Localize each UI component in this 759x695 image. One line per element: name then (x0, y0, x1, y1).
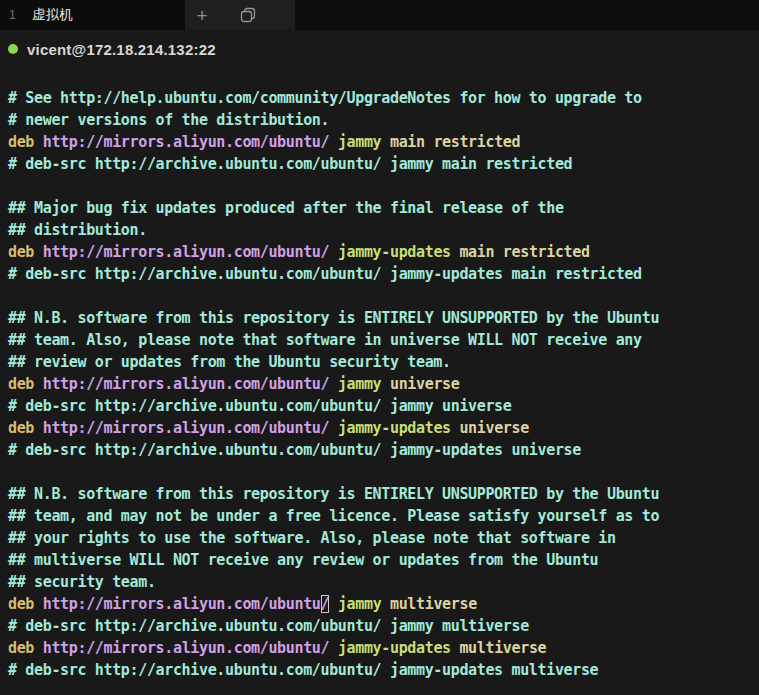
terminal-line: ## team, and may not be under a free lic… (8, 505, 751, 527)
terminal-text-segment (381, 133, 390, 151)
plus-icon: + (196, 6, 207, 25)
terminal-text-segment: ## multiverse WILL NOT receive any revie… (8, 551, 598, 569)
session-header: vicent@172.18.214.132:22 (0, 34, 759, 64)
terminal-line: # deb-src http://archive.ubuntu.com/ubun… (8, 263, 751, 285)
terminal-line: ## review or updates from the Ubuntu sec… (8, 351, 751, 373)
terminal-output[interactable]: # See http://help.ubuntu.com/community/U… (0, 64, 759, 681)
terminal-text-segment: # deb-src http://archive.ubuntu.com/ubun… (8, 661, 598, 679)
terminal-text-segment: jammy (338, 375, 381, 393)
terminal-line: deb http://mirrors.aliyun.com/ubuntu/ ja… (8, 373, 751, 395)
terminal-line: # newer versions of the distribution. (8, 109, 751, 131)
terminal-line: # See http://help.ubuntu.com/community/U… (8, 87, 751, 109)
terminal-text-segment: jammy-updates (338, 419, 451, 437)
terminal-text-segment: universe (390, 375, 459, 393)
terminal-text-segment: ## your rights to use the software. Also… (8, 529, 616, 547)
terminal-line: ## N.B. software from this repository is… (8, 483, 751, 505)
terminal-text-segment: multiverse (459, 639, 546, 657)
terminal-text-segment: main restricted (459, 243, 589, 261)
terminal-text-segment: http://mirrors.aliyun.com/ubuntu/ (43, 243, 329, 261)
terminal-text-segment (34, 375, 43, 393)
terminal-text-segment (329, 133, 338, 151)
terminal-text-segment: main restricted (390, 133, 520, 151)
terminal-text-segment: http://mirrors.aliyun.com/ubuntu/ (43, 133, 329, 151)
terminal-line: ## distribution. (8, 219, 751, 241)
terminal-line: # deb-src http://archive.ubuntu.com/ubun… (8, 153, 751, 175)
terminal-line: # deb-src http://archive.ubuntu.com/ubun… (8, 395, 751, 417)
terminal-text-segment (381, 375, 390, 393)
terminal-line: deb http://mirrors.aliyun.com/ubuntu/ ja… (8, 417, 751, 439)
terminal-line: ## multiverse WILL NOT receive any revie… (8, 549, 751, 571)
terminal-line: deb http://mirrors.aliyun.com/ubuntu/ ja… (8, 131, 751, 153)
copy-icon (240, 7, 256, 23)
terminal-line: deb http://mirrors.aliyun.com/ubuntu/ ja… (8, 593, 751, 615)
terminal-line: deb http://mirrors.aliyun.com/ubuntu/ ja… (8, 241, 751, 263)
terminal-text-segment (329, 375, 338, 393)
terminal-line: # deb-src http://archive.ubuntu.com/ubun… (8, 615, 751, 637)
terminal-text-segment: multiverse (390, 595, 477, 613)
terminal-text-segment: deb (8, 243, 34, 261)
terminal-line (8, 175, 751, 197)
terminal-text-segment: universe (459, 419, 528, 437)
terminal-text-segment: deb (8, 639, 34, 657)
terminal-text-segment (34, 243, 43, 261)
terminal-tab[interactable]: 1 虚拟机 (0, 0, 185, 30)
duplicate-tab-button[interactable] (231, 0, 265, 30)
terminal-text-segment: ## Major bug fix updates produced after … (8, 199, 564, 217)
terminal-text-segment (34, 133, 43, 151)
terminal-text-segment: jammy-updates (338, 639, 451, 657)
terminal-text-segment (34, 595, 43, 613)
terminal-text-segment (329, 639, 338, 657)
terminal-line: deb http://mirrors.aliyun.com/ubuntu/ ja… (8, 637, 751, 659)
terminal-text-segment: # See http://help.ubuntu.com/community/U… (8, 89, 642, 107)
terminal-text-segment (34, 419, 43, 437)
terminal-line: ## security team. (8, 571, 751, 593)
session-host: vicent@172.18.214.132:22 (27, 41, 216, 58)
terminal-line: ## your rights to use the software. Also… (8, 527, 751, 549)
terminal-line: ## team. Also, please note that software… (8, 329, 751, 351)
terminal-text-segment: deb (8, 595, 34, 613)
terminal-cursor: / (321, 595, 330, 613)
tab-bar: 1 虚拟机 + (0, 0, 759, 30)
terminal-text-segment: # deb-src http://archive.ubuntu.com/ubun… (8, 441, 581, 459)
terminal-text-segment: ## N.B. software from this repository is… (8, 309, 659, 327)
connection-status-dot (8, 44, 18, 54)
terminal-text-segment: http://mirrors.aliyun.com/ubuntu/ (43, 639, 329, 657)
tab-actions: + (185, 0, 295, 30)
terminal-text-segment: # deb-src http://archive.ubuntu.com/ubun… (8, 265, 642, 283)
terminal-text-segment (329, 595, 338, 613)
terminal-text-segment: # deb-src http://archive.ubuntu.com/ubun… (8, 155, 572, 173)
terminal-text-segment: jammy (338, 133, 381, 151)
terminal-text-segment: deb (8, 419, 34, 437)
terminal-line: # deb-src http://archive.ubuntu.com/ubun… (8, 659, 751, 681)
terminal-text-segment: ## N.B. software from this repository is… (8, 485, 659, 503)
terminal-text-segment: # deb-src http://archive.ubuntu.com/ubun… (8, 397, 512, 415)
terminal-text-segment: # deb-src http://archive.ubuntu.com/ubun… (8, 617, 529, 635)
terminal-line: # deb-src http://archive.ubuntu.com/ubun… (8, 439, 751, 461)
terminal-text-segment (381, 595, 390, 613)
terminal-line (8, 285, 751, 307)
terminal-text-segment: ## team, and may not be under a free lic… (8, 507, 659, 525)
terminal-text-segment: ## security team. (8, 573, 156, 591)
terminal-line: ## N.B. software from this repository is… (8, 307, 751, 329)
terminal-text-segment: http://mirrors.aliyun.com/ubuntu/ (43, 375, 329, 393)
terminal-text-segment (34, 639, 43, 657)
terminal-text-segment: ## review or updates from the Ubuntu sec… (8, 353, 451, 371)
terminal-text-segment: http://mirrors.aliyun.com/ubuntu/ (43, 419, 329, 437)
tab-label: 虚拟机 (32, 6, 73, 24)
terminal-text-segment: ## team. Also, please note that software… (8, 331, 642, 349)
terminal-text-segment: deb (8, 133, 34, 151)
terminal-line: ## Major bug fix updates produced after … (8, 197, 751, 219)
terminal-text-segment: jammy (338, 595, 381, 613)
terminal-text-segment: # newer versions of the distribution. (8, 111, 329, 129)
terminal-text-segment: jammy-updates (338, 243, 451, 261)
terminal-text-segment: ## distribution. (8, 221, 147, 239)
terminal-line (8, 461, 751, 483)
tab-index: 1 (9, 8, 32, 22)
terminal-text-segment (329, 419, 338, 437)
terminal-text-segment: deb (8, 375, 34, 393)
terminal-text-segment (329, 243, 338, 261)
new-tab-button[interactable]: + (185, 0, 219, 30)
terminal-text-segment: http://mirrors.aliyun.com/ubuntu (43, 595, 321, 613)
